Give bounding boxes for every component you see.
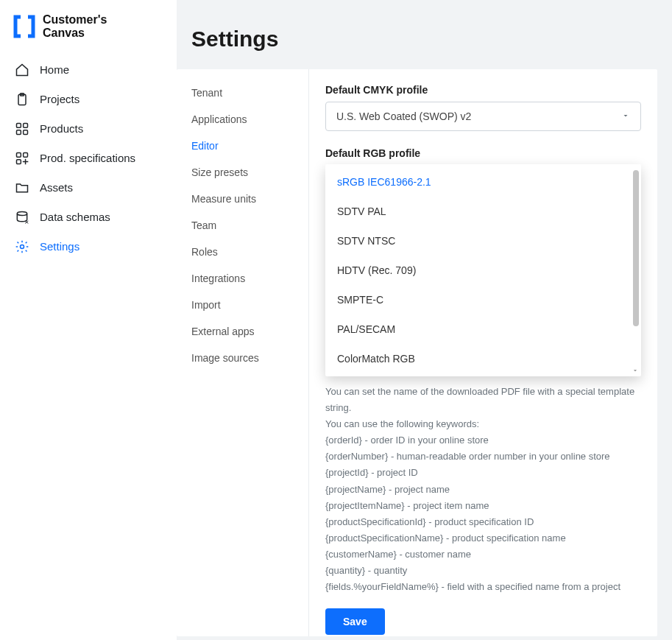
help-line: {productSpecificationId} - product speci… (325, 514, 641, 530)
subnav-item-tenant[interactable]: Tenant (177, 80, 308, 106)
settings-panel: Tenant Applications Editor Size presets … (177, 69, 657, 636)
settings-subnav: Tenant Applications Editor Size presets … (177, 69, 309, 636)
brand-logo-text: Customer's Canvas (43, 13, 107, 41)
help-line: {orderNumber} - human-readable order num… (325, 449, 641, 465)
svg-rect-7 (24, 152, 28, 157)
subnav-item-roles[interactable]: Roles (177, 239, 308, 265)
sidebar: Customer's Canvas Home Projects (0, 0, 177, 640)
rgb-profile-option-list: sRGB IEC61966-2.1 SDTV PAL SDTV NTSC HDT… (325, 167, 631, 373)
rgb-profile-option[interactable]: SMPTE-C (325, 285, 629, 314)
dropdown-scrollbar[interactable] (631, 167, 641, 373)
help-line: {fields.%yourFieldName%} - field with a … (325, 579, 641, 595)
sidebar-item-label: Assets (40, 181, 73, 194)
help-intro: You can set the name of the downloaded P… (325, 384, 641, 416)
cmyk-profile-label: Default CMYK profile (325, 84, 641, 96)
svg-point-9 (17, 211, 26, 215)
svg-rect-8 (17, 159, 21, 163)
subnav-item-editor[interactable]: Editor (177, 133, 308, 159)
pdf-filename-help: You can set the name of the downloaded P… (325, 384, 641, 595)
svg-rect-2 (17, 123, 21, 127)
rgb-profile-option[interactable]: SDTV PAL (325, 197, 629, 226)
help-line: {projectItemName} - project item name (325, 498, 641, 514)
sidebar-item-data-schemas[interactable]: Data schemas (10, 203, 169, 232)
subnav-item-measure-units[interactable]: Measure units (177, 186, 308, 212)
brand-logo: Customer's Canvas (10, 10, 169, 55)
subnav-item-import[interactable]: Import (177, 292, 308, 318)
sidebar-item-label: Prod. specifications (40, 152, 135, 164)
svg-rect-6 (17, 152, 21, 157)
svg-rect-3 (24, 123, 28, 127)
sidebar-item-settings[interactable]: Settings (10, 232, 169, 261)
rgb-profile-option[interactable]: SDTV NTSC (325, 226, 629, 256)
clipboard-icon (15, 92, 29, 107)
database-icon (15, 210, 29, 225)
subnav-item-image-sources[interactable]: Image sources (177, 345, 308, 371)
gear-icon (15, 239, 29, 254)
help-line: {quantity} - quantity (325, 563, 641, 579)
help-line: {projectId} - project ID (325, 465, 641, 481)
sidebar-item-home[interactable]: Home (10, 55, 169, 85)
sidebar-item-label: Settings (40, 240, 79, 253)
svg-rect-5 (24, 130, 28, 134)
chevron-down-icon (621, 110, 630, 122)
page-title: Settings (177, 0, 672, 69)
subnav-item-external-apps[interactable]: External apps (177, 318, 308, 345)
scrollbar-down-icon[interactable] (631, 366, 640, 375)
cmyk-profile-select[interactable]: U.S. Web Coated (SWOP) v2 (325, 102, 641, 131)
subnav-item-team[interactable]: Team (177, 212, 308, 239)
subnav-item-integrations[interactable]: Integrations (177, 265, 308, 292)
rgb-profile-option[interactable]: ColorMatch RGB (325, 344, 629, 373)
subnav-item-size-presets[interactable]: Size presets (177, 159, 308, 186)
rgb-profile-option[interactable]: sRGB IEC61966-2.1 (325, 167, 629, 197)
subnav-item-applications[interactable]: Applications (177, 106, 308, 133)
sidebar-item-label: Home (40, 63, 69, 76)
sidebar-item-prod-specs[interactable]: Prod. specifications (10, 144, 169, 173)
rgb-profile-option[interactable]: PAL/SECAM (325, 314, 629, 344)
rgb-profile-label: Default RGB profile (325, 147, 641, 159)
rgb-profile-dropdown: sRGB IEC61966-2.1 SDTV PAL SDTV NTSC HDT… (325, 164, 641, 376)
cmyk-profile-value: U.S. Web Coated (SWOP) v2 (336, 110, 471, 122)
help-line: {projectName} - project name (325, 482, 641, 498)
folder-icon (15, 180, 29, 195)
brand-logo-mark (12, 14, 37, 39)
sidebar-item-assets[interactable]: Assets (10, 173, 169, 203)
main-area: Settings Tenant Applications Editor Size… (177, 0, 672, 640)
sidebar-item-label: Projects (40, 93, 79, 105)
sidebar-item-label: Products (40, 122, 83, 135)
help-line: {productSpecificationName} - product spe… (325, 530, 641, 546)
sidebar-item-products[interactable]: Products (10, 114, 169, 144)
settings-content: Default CMYK profile U.S. Web Coated (SW… (309, 69, 657, 636)
grid-icon (15, 122, 29, 136)
sidebar-item-label: Data schemas (40, 211, 110, 223)
scrollbar-thumb[interactable] (633, 170, 639, 326)
grid-plus-icon (15, 151, 29, 166)
help-keywords-header: You can use the following keywords: (325, 416, 641, 432)
sidebar-item-projects[interactable]: Projects (10, 85, 169, 114)
svg-rect-4 (17, 130, 21, 134)
rgb-profile-option[interactable]: HDTV (Rec. 709) (325, 256, 629, 285)
home-icon (15, 63, 29, 77)
help-line: {orderId} - order ID in your online stor… (325, 432, 641, 449)
help-line: {customerName} - customer name (325, 546, 641, 563)
save-button[interactable]: Save (325, 608, 385, 635)
svg-point-10 (21, 245, 24, 248)
